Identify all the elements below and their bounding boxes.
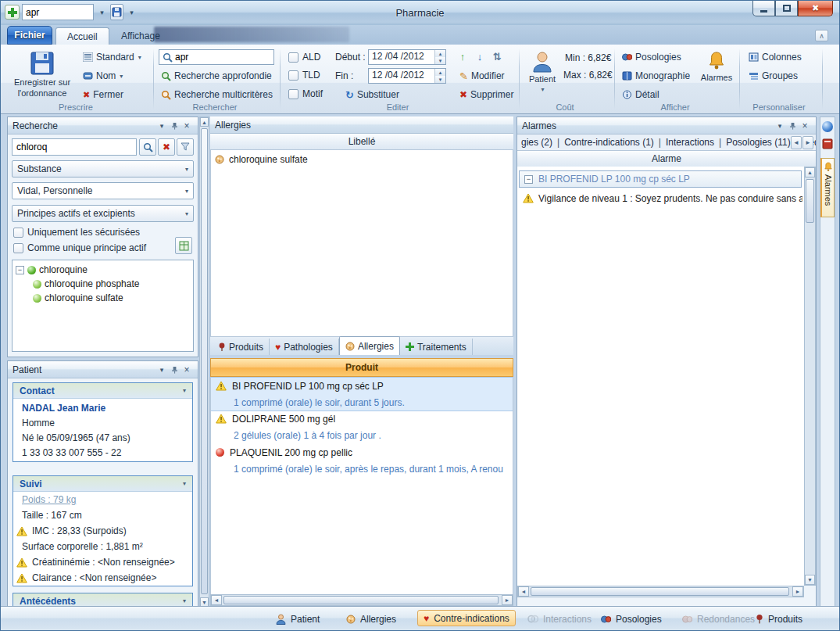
fin-date-field[interactable]: 12 /04 /2012 ▲▼ xyxy=(368,68,446,84)
spin-down-icon[interactable]: ▼ xyxy=(435,76,445,83)
alarm-tab-allergies[interactable]: gies (2) xyxy=(519,137,562,148)
search-clear-button[interactable]: ✖ xyxy=(158,138,175,156)
motif-checkbox[interactable] xyxy=(288,89,298,99)
tabs-scroll-left-button[interactable]: ◄ xyxy=(791,136,802,149)
left-column-scrollbar[interactable]: ▲ ▼ xyxy=(199,117,209,608)
substance-search-input[interactable] xyxy=(12,138,137,156)
scroll-left-button[interactable]: ◄ xyxy=(518,586,529,597)
scrollbar-thumb[interactable] xyxy=(806,179,814,223)
tab-fichier[interactable]: Fichier xyxy=(7,26,52,45)
close-button[interactable]: ✖ xyxy=(798,1,833,16)
recherche-multicriteres-button[interactable]: Recherche multicritères xyxy=(159,87,275,102)
status-interactions[interactable]: Interactions xyxy=(527,611,592,627)
search-type-select[interactable]: Substance▾ xyxy=(12,160,194,177)
fin-date-spinner[interactable]: ▲▼ xyxy=(434,69,445,83)
collapse-ribbon-button[interactable]: ∧ xyxy=(815,30,828,41)
move-down-button[interactable]: ↓ xyxy=(473,49,487,63)
status-allergies[interactable]: Allergies xyxy=(346,611,396,627)
debut-date-spinner[interactable]: ▲▼ xyxy=(434,50,445,64)
antecedents-header[interactable]: Antécédents ▾ xyxy=(13,593,192,607)
spin-up-icon[interactable]: ▲ xyxy=(435,50,445,57)
tab-accueil[interactable]: Accueil xyxy=(55,27,109,45)
save-prescription-button[interactable]: Enregistrer sur l'ordonnance xyxy=(9,47,76,103)
suivi-header[interactable]: Suivi ▾ xyxy=(13,476,192,492)
maximize-button[interactable] xyxy=(775,1,798,16)
tab-pathologies[interactable]: ♥ Pathologies xyxy=(270,339,339,355)
pin-icon[interactable] xyxy=(168,364,181,375)
alarm-tab-contre-indications[interactable]: Contre-indications (1) xyxy=(562,137,663,148)
alarm-row[interactable]: Vigilance de niveau 1 : Soyez prudents. … xyxy=(519,191,802,206)
substituer-button[interactable]: ↻ Substituer xyxy=(343,87,402,102)
secured-only-checkbox[interactable] xyxy=(13,228,23,238)
tab-affichage[interactable]: Affichage xyxy=(110,27,171,45)
scroll-up-button[interactable]: ▲ xyxy=(805,167,815,177)
pin-icon[interactable] xyxy=(786,120,799,131)
tree-node-root[interactable]: − chloroquine xyxy=(13,263,193,277)
sort-button[interactable]: ⇅ xyxy=(490,49,504,63)
spin-up-icon[interactable]: ▲ xyxy=(435,69,445,76)
search-source-select[interactable]: Vidal, Personnelle▾ xyxy=(12,182,194,199)
produit-column-header[interactable]: Produit xyxy=(210,358,513,377)
alarm-hscrollbar[interactable]: ◄ ► xyxy=(517,586,804,597)
product-row[interactable]: BI PROFENID LP 100 mg cp séc LP 1 compri… xyxy=(211,377,513,411)
status-redondances[interactable]: Redondances xyxy=(682,611,755,627)
alarmes-dock-tab[interactable]: Alarmes xyxy=(820,158,835,217)
group-collapse-icon[interactable]: − xyxy=(524,175,533,184)
status-produits[interactable]: Produits xyxy=(756,611,802,627)
tab-produits[interactable]: Produits xyxy=(213,339,270,355)
contact-header[interactable]: Contact ▾ xyxy=(13,383,192,399)
tab-allergies[interactable]: Allergies xyxy=(339,336,400,355)
scroll-down-button[interactable]: ▼ xyxy=(805,575,815,585)
close-panel-icon[interactable]: × xyxy=(181,364,193,375)
alarme-column-header[interactable]: Alarme xyxy=(517,151,816,167)
tab-traitements[interactable]: Traitements xyxy=(400,339,473,355)
panel-menu-icon[interactable]: ▾ xyxy=(155,120,168,131)
status-patient[interactable]: Patient xyxy=(276,611,320,627)
patient-button[interactable]: Patient ▾ xyxy=(524,47,560,103)
tree-node-child[interactable]: chloroquine phosphate xyxy=(13,277,193,291)
minimize-button[interactable] xyxy=(752,1,775,16)
scrollbar-thumb[interactable] xyxy=(531,587,789,596)
scroll-left-button[interactable]: ◄ xyxy=(211,595,222,605)
alarm-group-row[interactable]: − BI PROFENID LP 100 mg cp séc LP xyxy=(519,170,802,188)
product-row[interactable]: DOLIPRANE 500 mg gél 2 gélules (orale) 1… xyxy=(211,411,513,443)
status-contre-indications[interactable]: ♥ Contre-indications xyxy=(417,610,516,626)
panel-menu-icon[interactable]: ▾ xyxy=(155,364,168,375)
unique-principle-checkbox[interactable] xyxy=(13,243,23,253)
product-row[interactable]: PLAQUENIL 200 mg cp pellic 1 comprimé (o… xyxy=(211,444,513,477)
tld-checkbox-row[interactable]: TLD xyxy=(288,70,320,81)
motif-checkbox-row[interactable]: Motif xyxy=(288,88,323,99)
status-posologies[interactable]: Posologies xyxy=(601,611,662,627)
globe-dock-button[interactable] xyxy=(822,121,833,132)
alarmes-button[interactable]: Alarmes xyxy=(698,47,735,103)
scrollbar-thumb[interactable] xyxy=(223,596,499,604)
close-panel-icon[interactable]: × xyxy=(799,120,811,131)
ribbon-search-input[interactable] xyxy=(175,52,263,63)
supprimer-button[interactable]: ✖ Supprimer xyxy=(457,87,516,102)
debut-date-field[interactable]: 12 /04 /2012 ▲▼ xyxy=(368,49,446,65)
secured-only-checkbox-row[interactable]: Uniquement les sécurisées xyxy=(13,227,140,238)
tabs-scroll-right-button[interactable]: ► xyxy=(802,136,813,149)
search-go-button[interactable] xyxy=(139,138,156,156)
detail-button[interactable]: Détail xyxy=(620,87,662,102)
scroll-up-button[interactable]: ▲ xyxy=(200,117,209,127)
pin-icon[interactable] xyxy=(168,120,181,131)
scroll-right-button[interactable]: ► xyxy=(502,595,513,605)
ribbon-search-box[interactable] xyxy=(159,49,274,65)
monographie-button[interactable]: Monographie xyxy=(620,68,692,84)
alarm-vscrollbar[interactable]: ▲ ▼ xyxy=(804,167,816,586)
grid-options-button[interactable] xyxy=(175,237,192,254)
poids-link[interactable]: Poids : 79 kg xyxy=(22,494,76,505)
search-scope-select[interactable]: Principes actifs et excipients▾ xyxy=(12,205,194,222)
ald-checkbox[interactable] xyxy=(288,52,298,63)
unique-principle-checkbox-row[interactable]: Comme unique principe actif xyxy=(13,242,146,253)
modifier-button[interactable]: ✎ Modifier xyxy=(457,68,507,84)
close-panel-icon[interactable]: × xyxy=(181,120,193,131)
standard-button[interactable]: Standard▾ xyxy=(80,49,144,65)
alarm-tab-posologies[interactable]: Posologies (11) xyxy=(724,137,800,148)
tree-node-child[interactable]: chloroquine sulfate xyxy=(13,291,193,305)
fermer-button[interactable]: ✖ Fermer xyxy=(80,87,126,102)
scrollbar-thumb[interactable] xyxy=(201,128,208,594)
book-dock-button[interactable] xyxy=(822,138,833,152)
colonnes-button[interactable]: Colonnes xyxy=(746,49,804,65)
